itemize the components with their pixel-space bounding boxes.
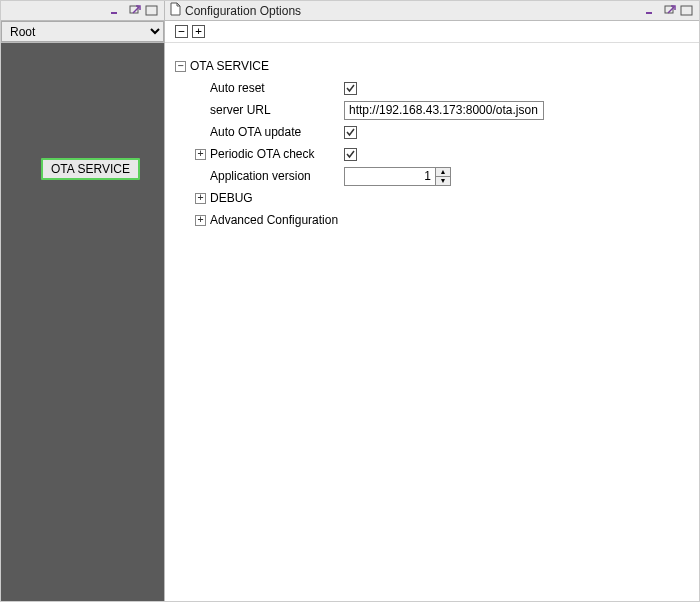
spacer [195, 105, 206, 116]
tree-row-auto-reset: Auto reset [175, 77, 689, 99]
tree-row-app-version: Application version ▲ ▼ [175, 165, 689, 187]
toggle-periodic-check[interactable]: + [195, 149, 206, 160]
tree-row-auto-ota-update: Auto OTA update [175, 121, 689, 143]
row-label: server URL [210, 103, 340, 117]
restore-icon[interactable] [661, 4, 677, 18]
spacer [195, 83, 206, 94]
config-tree: − OTA SERVICE Auto reset server URL [165, 43, 699, 601]
checkbox-periodic-check[interactable] [344, 148, 357, 161]
svg-rect-0 [111, 12, 117, 14]
row-label: Application version [210, 169, 340, 183]
left-panel: Root OTA SERVICE [1, 1, 165, 601]
page-icon [169, 2, 181, 19]
svg-rect-4 [646, 12, 652, 14]
root-selector[interactable]: Root [1, 21, 164, 43]
row-label: Advanced Configuration [210, 213, 340, 227]
toggle-debug[interactable]: + [195, 193, 206, 204]
svg-rect-3 [146, 6, 157, 15]
maximize-icon[interactable] [679, 4, 695, 18]
spinner-app-version[interactable]: ▲ ▼ [344, 167, 451, 186]
right-panel: Configuration Options − + − [165, 1, 699, 601]
left-panel-header [1, 1, 164, 21]
minimize-icon[interactable] [643, 4, 659, 18]
left-tree-body: OTA SERVICE [1, 43, 164, 601]
spin-down-button[interactable]: ▼ [436, 177, 450, 185]
tree-row-advanced: + Advanced Configuration [175, 209, 689, 231]
spacer [195, 171, 206, 182]
tree-row-periodic-check: + Periodic OTA check [175, 143, 689, 165]
svg-rect-7 [681, 6, 692, 15]
right-panel-header: Configuration Options [165, 1, 699, 21]
row-label: Auto reset [210, 81, 340, 95]
checkbox-auto-ota-update[interactable] [344, 126, 357, 139]
toggle-advanced[interactable]: + [195, 215, 206, 226]
collapse-all-button[interactable]: − [175, 25, 188, 38]
row-label: Periodic OTA check [210, 147, 340, 161]
expand-all-button[interactable]: + [192, 25, 205, 38]
spacer [195, 127, 206, 138]
input-server-url[interactable] [344, 101, 544, 120]
tree-row-ota-service: − OTA SERVICE [175, 55, 689, 77]
root-select[interactable]: Root [1, 21, 164, 42]
tree-row-server-url: server URL [175, 99, 689, 121]
tree-toolbar: − + [165, 21, 699, 43]
checkbox-auto-reset[interactable] [344, 82, 357, 95]
tree-node-ota-service[interactable]: OTA SERVICE [41, 158, 140, 180]
toggle-ota-service[interactable]: − [175, 61, 186, 72]
input-app-version[interactable] [345, 168, 435, 185]
spin-up-button[interactable]: ▲ [436, 168, 450, 177]
maximize-icon[interactable] [144, 4, 160, 18]
row-label: Auto OTA update [210, 125, 340, 139]
panel-title: Configuration Options [185, 4, 301, 18]
row-label: DEBUG [210, 191, 340, 205]
row-label: OTA SERVICE [190, 59, 320, 73]
minimize-icon[interactable] [108, 4, 124, 18]
tree-row-debug: + DEBUG [175, 187, 689, 209]
restore-icon[interactable] [126, 4, 142, 18]
